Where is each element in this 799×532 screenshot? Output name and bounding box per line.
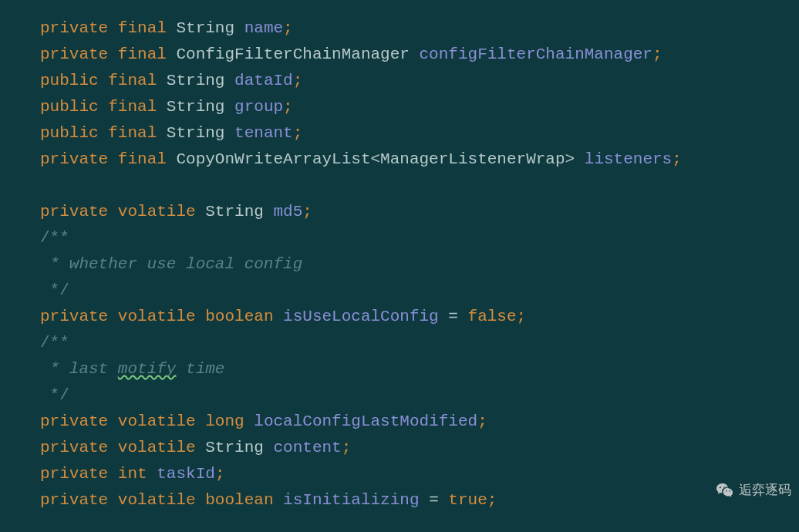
code-line: private volatile String md5; [40,199,799,225]
generic-type: ManagerListenerWrap [380,150,565,168]
code-line: private volatile boolean isInitializing … [40,487,799,513]
semicolon: ; [293,124,303,142]
code-line: * last motify time [40,356,799,382]
keyword-access: private [40,308,108,325]
keyword-access: private [40,150,108,168]
keyword-modifier: volatile [118,491,196,509]
semicolon: ; [487,491,497,509]
keyword-modifier: final [108,98,157,116]
keyword-modifier: volatile [118,203,196,221]
code-line: private final ConfigFilterChainManager c… [40,42,799,68]
angle-close: > [565,150,575,168]
keyword-access: public [40,98,99,116]
code-editor[interactable]: private final String name;private final … [0,0,799,513]
code-line: public final String dataId; [40,68,799,94]
equals-op: = [448,308,458,325]
typo-word: motify [118,360,177,378]
field-name: isInitializing [283,491,419,509]
semicolon: ; [293,72,303,89]
watermark: 逅弈逐码 [716,480,791,501]
field-name: configFilterChainManager [420,45,652,63]
wechat-icon [716,481,734,500]
type-name: String [205,439,264,456]
code-line: /** [40,225,799,251]
keyword-modifier: final [108,72,157,89]
comment: /** [40,229,69,247]
semicolon: ; [302,203,312,221]
watermark-text: 逅弈逐码 [739,480,791,501]
field-name: isUseLocalConfig [283,308,439,325]
type-name: String [205,203,264,221]
comment: */ [40,281,69,299]
comment: * last motify time [40,360,224,378]
type-name: boolean [205,491,273,509]
type-name: String [176,19,234,37]
code-line: private final String name; [40,15,799,42]
semicolon: ; [342,439,352,456]
code-line [40,173,799,199]
semicolon: ; [283,19,293,37]
semicolon: ; [517,308,527,325]
field-name: name [244,19,283,37]
keyword-access: private [40,203,108,221]
keyword-modifier: volatile [118,412,196,430]
code-line: private volatile boolean isUseLocalConfi… [40,304,799,330]
code-line: public final String group; [40,94,799,120]
code-line: public final String tenant; [40,120,799,146]
type-name: boolean [205,308,273,325]
keyword-modifier: volatile [118,308,196,325]
code-line: * whether use local config [40,251,799,278]
keyword-access: private [40,19,108,37]
type-name: String [167,72,225,89]
code-line: /** [40,330,799,356]
type-name: CopyOnWriteArrayList [176,150,370,168]
keyword-modifier: final [118,45,167,63]
field-name: tenant [234,124,293,142]
keyword-access: public [40,72,99,89]
semicolon: ; [477,412,487,430]
code-line: private volatile long localConfigLastMod… [40,409,799,435]
semicolon: ; [215,465,225,483]
keyword-access: public [40,124,99,142]
comment: /** [40,334,69,352]
semicolon: ; [652,45,662,63]
keyword-modifier: final [118,150,167,168]
type-name: long [205,412,244,430]
keyword-access: private [40,45,108,63]
semicolon: ; [672,150,682,168]
comment: */ [40,386,69,404]
type-name: String [167,98,225,116]
keyword-access: private [40,465,108,483]
keyword-access: private [40,439,108,456]
field-name: localConfigLastModified [254,412,477,430]
code-line [40,0,799,15]
field-name: listeners [585,150,672,168]
field-name: taskId [157,465,215,483]
comment: * whether use local config [40,255,302,273]
field-name: dataId [234,72,293,89]
semicolon: ; [283,98,293,116]
type-name: ConfigFilterChainManager [176,45,409,63]
code-line: private volatile String content; [40,435,799,461]
keyword-access: private [40,491,108,509]
literal: true [448,491,487,509]
equals-op: = [429,491,439,509]
field-name: content [274,439,342,456]
keyword-modifier: volatile [118,439,196,456]
code-line: private int taskId; [40,461,799,487]
angle-open: < [371,150,381,168]
keyword-access: private [40,412,108,430]
field-name: group [234,98,283,116]
type-name: int [118,465,147,483]
code-line: */ [40,382,799,409]
keyword-modifier: final [118,19,167,37]
field-name: md5 [274,203,303,221]
code-line: private final CopyOnWriteArrayList<Manag… [40,146,799,173]
literal: false [468,308,517,325]
type-name: String [167,124,225,142]
keyword-modifier: final [108,124,157,142]
code-line: */ [40,278,799,304]
